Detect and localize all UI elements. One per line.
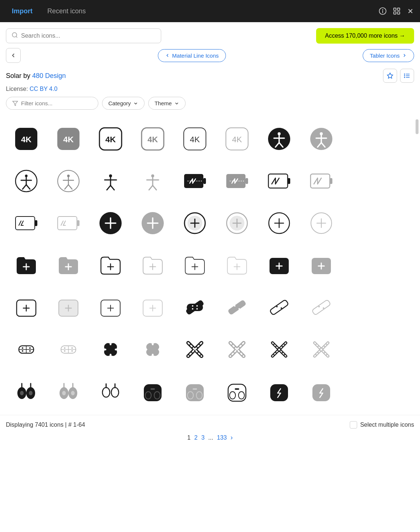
icon-folder-add-gray[interactable]	[48, 245, 89, 286]
icon-4k-outline-dark[interactable]: 4K	[90, 119, 131, 159]
icon-bandaid-outline-gray[interactable]	[48, 329, 89, 370]
icon-airpods-outline-dark[interactable]	[90, 371, 131, 412]
icon-bandage-dark-filled[interactable]	[175, 287, 215, 328]
import-tab[interactable]: Import	[6, 4, 38, 18]
select-multiple-checkbox[interactable]	[350, 421, 357, 429]
icon-folder-add-dark[interactable]	[6, 245, 47, 286]
pack-title: Solar by 480 Design	[6, 72, 66, 80]
icon-4k-outline-gray[interactable]: 4K	[132, 119, 173, 159]
author-link[interactable]: 480 Design	[32, 72, 66, 79]
svg-point-224	[196, 392, 202, 399]
svg-line-91	[21, 221, 23, 225]
icon-earbuds-dark[interactable]	[6, 371, 47, 412]
license-link[interactable]: CC BY 4.0	[30, 86, 57, 92]
icon-square-add-outline-gray[interactable]	[48, 287, 89, 328]
icon-4k-gray-filled[interactable]: 4K	[48, 119, 89, 159]
icon-bandaid-outline-dark[interactable]	[6, 329, 47, 370]
icon-airpods-case-gray[interactable]	[175, 371, 215, 412]
icon-airpods-case-lightning-dark[interactable]	[259, 371, 299, 412]
icon-folder-add-outline-thin[interactable]	[175, 245, 215, 286]
filter-row: Category Theme	[0, 97, 420, 116]
icon-bandaid-cross-outline-gray[interactable]	[217, 329, 257, 370]
icon-battery-outline-dark[interactable]	[259, 161, 299, 201]
icon-airpods-case-lightning-gray[interactable]	[301, 371, 342, 412]
svg-rect-6	[397, 12, 400, 14]
page-last-link[interactable]: 133	[217, 434, 227, 441]
icon-battery-outline-thin-dark[interactable]	[6, 203, 47, 243]
icon-bandaid-cross-gray[interactable]	[132, 329, 173, 370]
icon-earbuds-gray[interactable]	[48, 371, 89, 412]
icon-battery-dark[interactable]	[175, 161, 215, 201]
page-3-link[interactable]: 3	[201, 434, 204, 441]
icon-accessibility-dark-circle[interactable]	[259, 119, 299, 159]
icon-add-circle-gray-filled[interactable]	[132, 203, 173, 243]
icon-bandage-outline-gray[interactable]	[301, 287, 342, 328]
search-icon	[11, 32, 18, 40]
icon-bandage-gray-filled[interactable]	[217, 287, 257, 328]
close-icon-button[interactable]	[407, 7, 414, 15]
theme-dropdown[interactable]: Theme	[148, 97, 186, 110]
icon-battery-gray[interactable]	[217, 161, 257, 201]
icon-folder-add-square-gray[interactable]	[301, 245, 342, 286]
next-pack-button[interactable]: Tabler Icons	[363, 49, 414, 62]
list-options-button[interactable]	[400, 69, 414, 83]
icon-4k-outline-thin-gray[interactable]: 4K	[217, 119, 257, 159]
license-row: License: CC BY 4.0	[0, 84, 420, 97]
icon-bandaid-cross-thin-gray[interactable]	[301, 329, 342, 370]
icon-square-add-outline-thin-gray[interactable]	[132, 287, 173, 328]
icon-4k-dark-filled[interactable]: 4K	[6, 119, 47, 159]
svg-point-173	[71, 347, 73, 349]
next-page-button[interactable]: ›	[230, 434, 233, 441]
category-dropdown[interactable]: Category	[102, 97, 145, 110]
icon-battery-outline-gray[interactable]	[301, 161, 342, 201]
info-icon-button[interactable]	[379, 7, 387, 15]
page-2-link[interactable]: 2	[194, 434, 198, 441]
svg-line-94	[61, 221, 63, 225]
icon-add-circle-outline-fill[interactable]	[175, 203, 215, 243]
icon-accessibility-plain-dark[interactable]	[90, 161, 131, 201]
icon-accessibility-plain-gray[interactable]	[132, 161, 173, 201]
icon-4k-outline-thin[interactable]: 4K	[175, 119, 215, 159]
search-input[interactable]	[21, 33, 156, 39]
prev-pack-label: Material Line Icons	[172, 52, 219, 59]
icon-folder-add-outline-thin-gray[interactable]	[217, 245, 257, 286]
page-dots: ...	[208, 434, 213, 441]
icon-square-add-outline-thin-dark[interactable]	[90, 287, 131, 328]
icon-bandage-outline-dark[interactable]	[259, 287, 299, 328]
icon-accessibility-outline-dark[interactable]	[6, 161, 47, 201]
svg-point-154	[234, 305, 236, 307]
icon-battery-outline-thin-gray[interactable]	[48, 203, 89, 243]
icon-folder-add-outline-gray[interactable]	[132, 245, 173, 286]
grid-icon-button[interactable]	[393, 7, 401, 15]
svg-point-214	[102, 388, 110, 397]
svg-line-63	[149, 185, 153, 190]
svg-rect-159	[312, 300, 331, 316]
icon-accessibility-outline-circle[interactable]	[48, 161, 89, 201]
prev-pack-button[interactable]: Material Line Icons	[158, 49, 226, 62]
icon-add-circle-outline-gray-fill[interactable]	[217, 203, 257, 243]
icon-folder-add-square-dark[interactable]	[259, 245, 299, 286]
scrollbar[interactable]	[416, 119, 419, 134]
icon-add-circle-outline-gray[interactable]	[301, 203, 342, 243]
svg-rect-78	[288, 178, 290, 184]
icon-square-add-outline-dark[interactable]	[6, 287, 47, 328]
back-button[interactable]	[6, 48, 21, 63]
icon-bandaid-cross-thin-dark[interactable]	[259, 329, 299, 370]
svg-point-207	[29, 391, 33, 395]
icon-airpods-case-dark[interactable]	[132, 371, 173, 412]
svg-point-155	[238, 308, 240, 310]
page-1[interactable]: 1	[187, 434, 191, 441]
access-more-icons-button[interactable]: Access 170,000 more icons →	[316, 28, 414, 44]
icon-airpods-case-outline[interactable]	[217, 371, 257, 412]
icon-folder-add-outline-dark[interactable]	[90, 245, 131, 286]
favorite-button[interactable]	[383, 69, 397, 83]
filter-input[interactable]	[21, 100, 91, 106]
icon-add-circle-dark-filled[interactable]	[90, 203, 131, 243]
recent-icons-tab[interactable]: Recent icons	[41, 4, 92, 18]
icon-add-circle-outline-dark[interactable]	[259, 203, 299, 243]
select-multiple-toggle[interactable]: Select multiple icons	[350, 421, 414, 429]
icon-accessibility-gray-circle[interactable]	[301, 119, 342, 159]
icon-bandaid-cross-outline-dark[interactable]	[175, 329, 215, 370]
icon-bandaid-cross-dark[interactable]	[90, 329, 131, 370]
svg-point-223	[187, 392, 193, 399]
